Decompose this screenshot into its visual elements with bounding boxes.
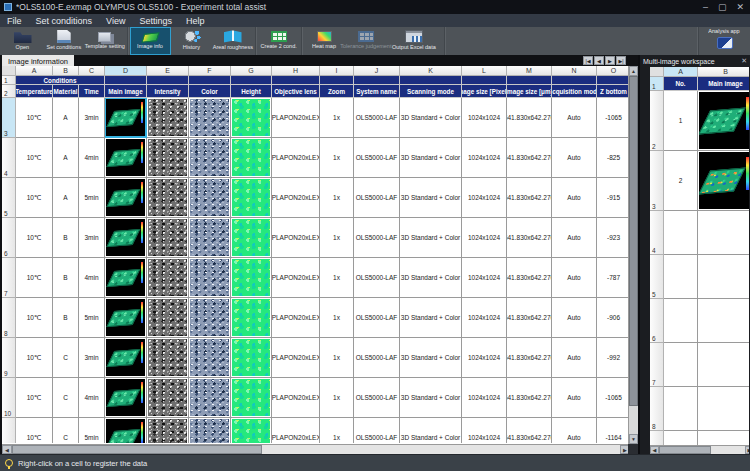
row-header-3[interactable]: 3 <box>2 98 16 138</box>
template-setting-button[interactable]: Template setting <box>84 27 125 55</box>
cell-temperature[interactable]: 10℃ <box>16 258 53 298</box>
cell-zoom[interactable]: 1x <box>320 98 354 138</box>
ws-empty-cell[interactable] <box>698 343 749 387</box>
cell-image-size-um[interactable]: 641.830x642.276 <box>507 418 552 443</box>
ws-scroll-left-icon[interactable]: ◀ <box>650 446 659 454</box>
nav-last-button[interactable]: ▶| <box>616 56 626 65</box>
ws-row-header-5[interactable]: 5 <box>650 255 664 299</box>
cell-acquisition-mode[interactable]: Auto <box>552 138 597 178</box>
nav-next-button[interactable]: ▶ <box>605 56 615 65</box>
scroll-down-icon[interactable]: ▼ <box>629 434 638 444</box>
close-button[interactable]: ✕ <box>736 2 744 12</box>
cell-intensity-thumbnail[interactable] <box>147 298 189 338</box>
row-header-7[interactable]: 7 <box>2 258 16 298</box>
cell-color-thumbnail[interactable] <box>189 338 231 378</box>
cell-height-thumbnail[interactable] <box>231 178 272 218</box>
cell-system-name[interactable]: OLS5000-LAF <box>354 178 400 218</box>
scroll-up-icon[interactable]: ▲ <box>629 66 638 76</box>
cell-main-image-thumbnail[interactable] <box>105 338 147 378</box>
set-conditions-button[interactable]: Set conditions <box>43 27 84 55</box>
column-letter-B[interactable]: B <box>53 66 79 76</box>
column-letter-N[interactable]: N <box>552 66 597 76</box>
cell-objective-lens[interactable]: MPLAPON20xLEXT <box>272 218 320 258</box>
cell-time[interactable]: 5min <box>79 178 105 218</box>
horizontal-scroll-thumb[interactable] <box>12 445 262 454</box>
cell-objective-lens[interactable]: MPLAPON20xLEXT <box>272 378 320 418</box>
cell-image-size-um[interactable]: 641.830x642.276 <box>507 98 552 138</box>
cell-scanning-mode[interactable]: 3D Standard + Color <box>400 378 462 418</box>
cell-image-size-um[interactable]: 641.830x642.276 <box>507 258 552 298</box>
cell-color-thumbnail[interactable] <box>189 218 231 258</box>
cell-time[interactable]: 3min <box>79 98 105 138</box>
ws-cell-main-image-thumbnail[interactable] <box>698 151 749 211</box>
menu-view[interactable]: View <box>99 14 132 27</box>
cell-intensity-thumbnail[interactable] <box>147 178 189 218</box>
cell-zoom[interactable]: 1x <box>320 218 354 258</box>
cell-z-bottom[interactable]: -1164 <box>597 418 630 443</box>
cell-temperature[interactable]: 10℃ <box>16 338 53 378</box>
ws-row-header-3[interactable]: 3 <box>650 151 664 211</box>
row-header-1[interactable]: 1 <box>2 76 16 85</box>
column-letter-C[interactable]: C <box>79 66 105 76</box>
cell-scanning-mode[interactable]: 3D Standard + Color <box>400 218 462 258</box>
row-header-6[interactable]: 6 <box>2 218 16 258</box>
column-letter-D[interactable]: D <box>105 66 147 76</box>
cell-scanning-mode[interactable]: 3D Standard + Color <box>400 338 462 378</box>
minimize-button[interactable]: – <box>703 2 708 12</box>
cell-z-bottom[interactable]: -787 <box>597 258 631 298</box>
cell-scanning-mode[interactable]: 3D Standard + Color <box>400 98 462 138</box>
select-all-corner[interactable] <box>2 66 16 76</box>
cell-image-size-um[interactable]: 641.830x642.276 <box>507 178 552 218</box>
ws-row-header-6[interactable]: 6 <box>650 299 664 343</box>
cell-image-size-um[interactable]: 641.830x642.276 <box>507 338 552 378</box>
cell-image-size-pixels[interactable]: 1024x1024 <box>462 138 507 178</box>
cell-time[interactable]: 4min <box>79 138 105 178</box>
cell-temperature[interactable]: 10℃ <box>16 418 53 443</box>
cell-height-thumbnail[interactable] <box>231 218 272 258</box>
cell-image-size-pixels[interactable]: 1024x1024 <box>462 258 507 298</box>
cell-zoom[interactable]: 1x <box>320 378 354 418</box>
column-letter-I[interactable]: I <box>320 66 354 76</box>
cell-material[interactable]: A <box>53 98 79 138</box>
cell-image-size-pixels[interactable]: 1024x1024 <box>462 178 507 218</box>
cell-acquisition-mode[interactable]: Auto <box>552 378 597 418</box>
cell-material[interactable]: B <box>53 218 79 258</box>
ws-empty-cell[interactable] <box>698 211 749 255</box>
cell-image-size-um[interactable]: 641.830x642.276 <box>507 298 552 338</box>
workspace-horizontal-scrollbar[interactable]: ◀ ▶ <box>650 445 749 454</box>
ws-empty-cell[interactable] <box>664 387 698 431</box>
cell-image-size-pixels[interactable]: 1024x1024 <box>462 218 507 258</box>
cell-color-thumbnail[interactable] <box>189 178 231 218</box>
cell-system-name[interactable]: OLS5000-LAF <box>354 138 400 178</box>
cell-scanning-mode[interactable]: 3D Standard + Color <box>400 298 462 338</box>
cell-system-name[interactable]: OLS5000-LAF <box>354 218 400 258</box>
menu-set-conditions[interactable]: Set conditions <box>29 14 100 27</box>
cell-zoom[interactable]: 1x <box>320 138 354 178</box>
ws-column-letter-B[interactable]: B <box>698 67 749 77</box>
cell-height-thumbnail[interactable] <box>231 98 272 138</box>
vertical-scroll-thumb[interactable] <box>629 76 638 406</box>
ws-row-header-2[interactable]: 2 <box>650 91 664 151</box>
cell-height-thumbnail[interactable] <box>231 298 272 338</box>
cell-color-thumbnail[interactable] <box>189 258 231 298</box>
cell-time[interactable]: 3min <box>79 218 105 258</box>
cell-temperature[interactable]: 10℃ <box>16 138 53 178</box>
ws-scroll-right-icon[interactable]: ▶ <box>745 446 749 454</box>
menu-file[interactable]: File <box>0 14 29 27</box>
areal-roughness-button[interactable]: Areal roughness <box>212 27 253 55</box>
ws-horizontal-scroll-thumb[interactable] <box>659 446 711 454</box>
cell-material[interactable]: B <box>53 298 79 338</box>
cell-intensity-thumbnail[interactable] <box>147 218 189 258</box>
heat-map-button[interactable]: Heat map <box>304 27 345 55</box>
cell-objective-lens[interactable]: MPLAPON20xLEXT <box>272 418 320 443</box>
cell-zoom[interactable]: 1x <box>320 258 354 298</box>
menu-settings[interactable]: Settings <box>132 14 179 27</box>
cell-zoom[interactable]: 1x <box>320 298 354 338</box>
cell-acquisition-mode[interactable]: Auto <box>552 178 597 218</box>
ws-empty-cell[interactable] <box>698 387 749 431</box>
cell-intensity-thumbnail[interactable] <box>147 338 189 378</box>
history-button[interactable]: History <box>171 27 212 55</box>
cell-objective-lens[interactable]: MPLAPON20xLEXT <box>272 98 320 138</box>
ws-empty-cell[interactable] <box>698 255 749 299</box>
ws-select-all-corner[interactable] <box>650 67 664 77</box>
